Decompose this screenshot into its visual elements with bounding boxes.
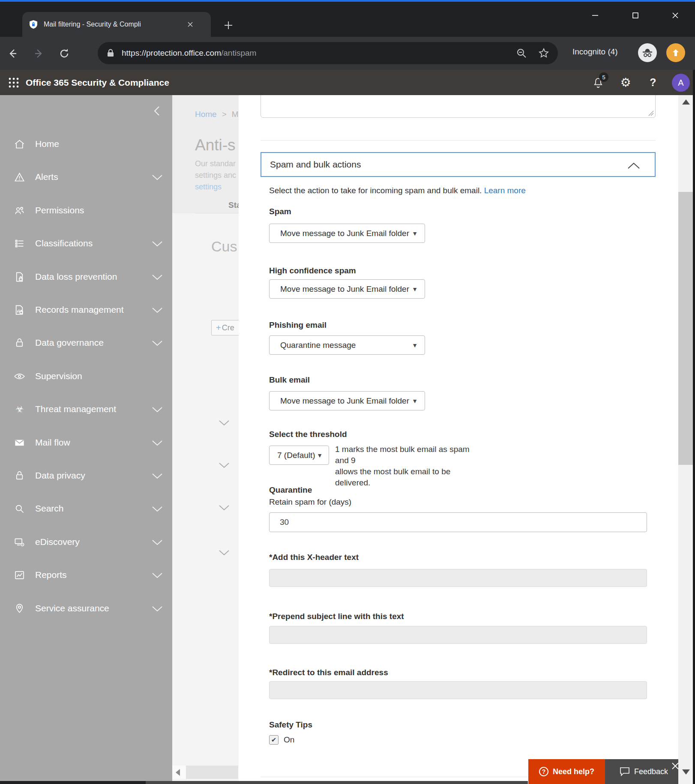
collapse-chevron-up-icon[interactable] [627, 162, 640, 169]
sidebar-collapse-chevron-icon[interactable] [152, 105, 162, 117]
url-bar[interactable]: https://protection.office.com/antispam [98, 42, 558, 64]
safety-tips-on-label: On [284, 735, 294, 745]
sidebar-item-classifications[interactable]: Classifications [0, 234, 172, 253]
spam-dropdown[interactable]: Move message to Junk Email folder▼ [269, 224, 425, 243]
window-maximize-button[interactable] [626, 8, 645, 23]
x-header-input[interactable] [269, 569, 647, 587]
forward-button[interactable] [26, 48, 51, 60]
threshold-help-line1: 1 marks the most bulk email as spam and … [335, 444, 476, 466]
chevron-down-icon [152, 606, 163, 612]
browser-update-button[interactable] [666, 43, 685, 62]
threshold-label: Select the threshold [269, 430, 347, 439]
phishing-email-label: Phishing email [269, 320, 327, 330]
bulk-email-dropdown[interactable]: Move message to Junk Email folder▼ [269, 391, 425, 410]
sidebar-item-search[interactable]: Search [0, 499, 172, 518]
safety-tips-checkbox[interactable]: ✔ [269, 735, 279, 745]
url-text: https://protection.office.com/antispam [122, 48, 256, 58]
learn-more-link[interactable]: Learn more [484, 186, 526, 195]
scroll-up-arrow[interactable] [682, 99, 690, 105]
create-button-label-fragment: Cre [222, 323, 234, 332]
x-header-label: *Add this X-header text [269, 553, 359, 562]
expander-chevron-down-icon[interactable] [219, 420, 230, 426]
redirect-email-label: *Redirect to this email address [269, 668, 388, 677]
custom-section-title-fragment: Cus [211, 238, 237, 255]
notification-count-badge: 5 [599, 72, 608, 82]
textarea-resize-handle-icon[interactable] [647, 109, 654, 116]
page-title-fragment: Anti-s [195, 136, 236, 154]
back-button[interactable] [0, 48, 26, 60]
office-bar-title: Office 365 Security & Compliance [26, 78, 169, 88]
sidebar-item-label: Mail flow [35, 437, 70, 448]
description-textarea[interactable] [261, 95, 656, 118]
sidebar-item-supervision[interactable]: Supervision [0, 367, 172, 386]
notifications-bell-icon[interactable]: 5 [588, 70, 608, 95]
horizontal-scrollbar-thumb[interactable] [186, 766, 238, 779]
settings-gear-icon[interactable]: ⚙ [615, 70, 636, 95]
incognito-count-label: Incognito (4) [572, 47, 618, 57]
redirect-email-input[interactable] [269, 681, 647, 699]
sidebar-item-ediscovery[interactable]: eDiscovery [0, 533, 172, 551]
site-favicon-shield-icon [28, 19, 39, 30]
dropdown-caret-icon: ▼ [412, 230, 418, 237]
antispam-settings-flyout: Spam and bulk actions Select the action … [239, 95, 678, 784]
user-avatar[interactable]: A [672, 74, 690, 92]
dropdown-caret-icon: ▼ [317, 452, 323, 459]
chevron-down-icon [152, 340, 163, 346]
scroll-down-arrow[interactable] [682, 769, 690, 775]
section-description: Select the action to take for incoming s… [269, 186, 526, 195]
sidebar-item-data-governance[interactable]: Data governance [0, 333, 172, 352]
help-icon[interactable]: ? [643, 70, 663, 95]
ediscovery-icon [13, 536, 26, 548]
settings-link-fragment[interactable]: settings [195, 183, 222, 192]
create-policy-button-fragment[interactable]: + Cre [211, 320, 239, 335]
tab-close-icon[interactable] [187, 21, 194, 28]
sidebar-item-permissions[interactable]: Permissions [0, 201, 172, 220]
need-help-button[interactable]: ? Need help? [528, 759, 605, 784]
sidebar-item-threat-management[interactable]: ☣Threat management [0, 400, 172, 419]
retain-spam-days-input[interactable]: 30 [269, 512, 647, 532]
feedback-label: Feedback [634, 767, 668, 776]
high-confidence-spam-dropdown[interactable]: Move message to Junk Email folder▼ [269, 279, 425, 299]
incognito-badge-icon [638, 43, 657, 62]
sidebar-item-reports[interactable]: Reports [0, 566, 172, 584]
retain-spam-days-label: Retain spam for (days) [269, 497, 351, 507]
sidebar-item-label: Reports [35, 570, 67, 580]
bulk-email-label: Bulk email [269, 375, 310, 385]
sidebar-item-records-management[interactable]: Records management [0, 300, 172, 319]
browser-tab[interactable]: Mail filtering - Security & Compli [22, 12, 211, 37]
sidebar-item-service-assurance[interactable]: Service assurance [0, 599, 172, 618]
expander-chevron-down-icon[interactable] [219, 505, 230, 511]
spam-bulk-actions-section-header[interactable]: Spam and bulk actions [261, 152, 656, 177]
page-desc-line1: Our standar [195, 159, 236, 168]
sidebar-item-alerts[interactable]: Alerts [0, 168, 172, 186]
search-icon [13, 503, 26, 515]
plus-icon: + [216, 323, 221, 333]
zoom-out-icon[interactable] [516, 48, 527, 59]
privacy-icon [13, 470, 26, 482]
sidebar-item-home[interactable]: Home [0, 135, 172, 153]
prepend-subject-input[interactable] [269, 626, 647, 644]
threshold-help-text: 1 marks the most bulk email as spam and … [335, 444, 476, 488]
app-launcher-waffle-icon[interactable] [3, 70, 24, 95]
window-minimize-button[interactable] [585, 8, 605, 23]
breadcrumb-home-link[interactable]: Home [195, 110, 217, 119]
scroll-left-arrow[interactable] [176, 769, 180, 776]
sidebar-item-label: Alerts [35, 172, 58, 182]
vertical-scrollbar-thumb[interactable] [678, 192, 693, 465]
sidebar-item-label: Data loss prevention [35, 272, 117, 282]
phishing-email-dropdown[interactable]: Quarantine message▼ [269, 335, 425, 355]
url-path: /antispam [221, 48, 256, 57]
sidebar-item-label: Data privacy [35, 470, 85, 481]
sidebar-item-data-privacy[interactable]: Data privacy [0, 466, 172, 485]
reload-button[interactable] [51, 48, 77, 60]
threshold-dropdown[interactable]: 7 (Default) ▼ [269, 446, 329, 465]
reports-icon [13, 569, 26, 581]
window-close-button[interactable] [665, 8, 685, 23]
new-tab-button[interactable] [223, 20, 234, 31]
expander-chevron-down-icon[interactable] [219, 550, 230, 556]
bookmark-star-icon[interactable] [538, 48, 549, 59]
expander-chevron-down-icon[interactable] [219, 462, 230, 468]
sidebar-item-data-loss-prevention[interactable]: Data loss prevention [0, 267, 172, 286]
sidebar-item-mail-flow[interactable]: Mail flow [0, 433, 172, 452]
breadcrumb-current-fragment: M [232, 110, 239, 119]
